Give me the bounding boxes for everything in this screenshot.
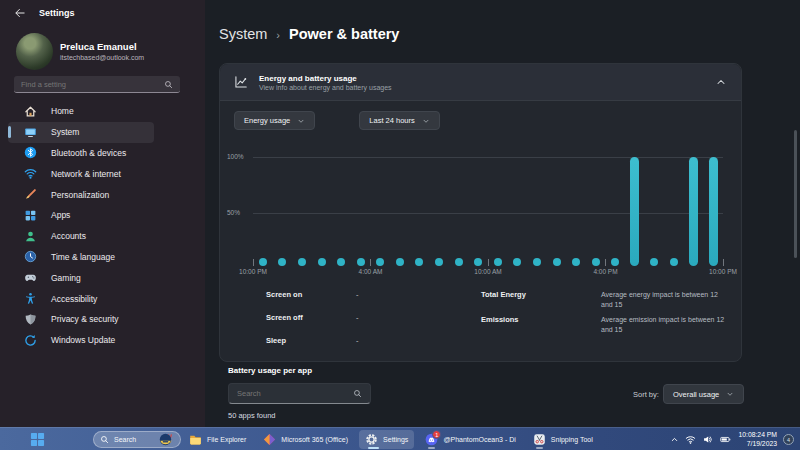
sidebar-item-apps[interactable]: Apps — [8, 205, 154, 226]
pinned-app-icon — [159, 433, 172, 446]
office-icon — [263, 433, 276, 446]
user-email: itstechbased@outlook.com — [60, 54, 144, 61]
x-axis-tick — [723, 259, 724, 266]
x-axis-tick-label: 10:00 AM — [458, 268, 518, 275]
taskbar-app-file-explorer[interactable]: File Explorer — [183, 430, 252, 449]
taskbar-clock[interactable]: 10:08:24 PM 7/19/2023 — [738, 431, 777, 449]
chevron-up-icon[interactable] — [715, 76, 727, 88]
x-axis-tick — [370, 259, 371, 266]
taskbar-search-label: Search — [114, 436, 156, 443]
apps-icon — [24, 209, 37, 222]
battery-icon[interactable] — [719, 434, 732, 445]
bluetooth-icon — [24, 146, 37, 159]
start-button-icon[interactable] — [30, 432, 45, 447]
settings-search-input[interactable] — [21, 80, 164, 89]
selected-indicator — [8, 126, 11, 138]
sidebar-item-label: Personalization — [51, 190, 109, 200]
desktop: Settings Preluca Emanuel itstechbased@ou… — [0, 0, 800, 450]
sidebar-item-personalization[interactable]: Personalization — [8, 184, 154, 205]
window-titlebar: Settings — [14, 7, 75, 19]
usage-summary-right: Total EnergyAverage energy impact is bet… — [481, 290, 731, 341]
sidebar-item-time-language[interactable]: Time & language — [8, 247, 154, 268]
clock-time: 10:08:24 PM — [738, 431, 777, 440]
summary-label: Screen off — [266, 313, 356, 327]
sidebar-item-privacy-security[interactable]: Privacy & security — [8, 309, 154, 330]
sidebar-item-accessibility[interactable]: Accessibility — [8, 288, 154, 309]
x-axis-tick — [488, 259, 489, 266]
taskbar-app-label: File Explorer — [207, 436, 246, 443]
usage-type-dropdown[interactable]: Energy usage — [234, 111, 315, 130]
summary-row-emissions: EmissionsAverage emission impact is betw… — [481, 315, 731, 335]
sidebar-item-gaming[interactable]: Gaming — [8, 267, 154, 288]
summary-row-sleep: Sleep- — [266, 336, 476, 350]
usage-type-value: Energy usage — [244, 116, 290, 125]
volume-icon[interactable] — [702, 434, 713, 445]
energy-battery-usage-card: Energy and battery usage View info about… — [219, 63, 742, 362]
taskbar-app-settings[interactable]: Settings — [359, 430, 414, 449]
taskbar-app-label: Settings — [383, 436, 408, 443]
sidebar-item-network-internet[interactable]: Network & internet — [8, 163, 154, 184]
sidebar-item-label: Accessibility — [51, 294, 97, 304]
app-search-box[interactable] — [228, 383, 371, 404]
summary-value: Average emission impact is between 12 an… — [601, 315, 731, 335]
taskbar-apps: File ExplorerMicrosoft 365 (Office)Setti… — [153, 428, 599, 450]
sidebar-item-home[interactable]: Home — [8, 101, 154, 122]
clock-date: 7/19/2023 — [738, 440, 777, 449]
x-axis-tick-label: 4:00 PM — [576, 268, 636, 275]
file-explorer-icon — [189, 433, 202, 446]
x-axis-tick — [605, 259, 606, 266]
system-icon — [24, 126, 37, 139]
scrollbar[interactable] — [794, 130, 797, 258]
energy-usage-chart[interactable] — [253, 157, 723, 266]
sidebar-item-label: System — [51, 127, 79, 137]
notification-count-badge: 1 — [432, 430, 441, 439]
sidebar-item-bluetooth-devices[interactable]: Bluetooth & devices — [8, 143, 154, 164]
summary-label: Sleep — [266, 336, 356, 350]
sidebar-item-label: Privacy & security — [51, 314, 119, 324]
taskbar-app-snipping-tool[interactable]: Snipping Tool — [527, 430, 599, 449]
chevron-down-icon — [297, 117, 305, 125]
running-indicator — [536, 447, 543, 449]
chevron-down-icon — [422, 117, 430, 125]
sidebar-item-accounts[interactable]: Accounts — [8, 226, 154, 247]
sidebar-item-system[interactable]: System — [8, 122, 154, 143]
sidebar-item-label: Apps — [51, 210, 70, 220]
sort-dropdown[interactable]: Overall usage — [663, 384, 744, 404]
personalization-icon — [24, 188, 37, 201]
notification-badge[interactable]: 4 — [783, 434, 794, 445]
taskbar-app-label: @PhantomOcean3 - Di — [443, 436, 515, 443]
taskbar-app-microsoft-365-office[interactable]: Microsoft 365 (Office) — [257, 430, 354, 449]
time-range-dropdown[interactable]: Last 24 hours — [359, 111, 439, 130]
sidebar-item-label: Bluetooth & devices — [51, 148, 126, 158]
taskbar-app-phantomocean3-di[interactable]: 1@PhantomOcean3 - Di — [419, 430, 521, 449]
sidebar-nav: HomeSystemBluetooth & devicesNetwork & i… — [0, 101, 162, 351]
summary-value: - — [356, 290, 359, 304]
summary-value: - — [356, 313, 359, 327]
app-search-input[interactable] — [237, 389, 353, 398]
settings-search-box[interactable] — [14, 76, 180, 93]
privacy-icon — [24, 313, 37, 326]
page-title: Power & battery — [289, 26, 399, 42]
wifi-icon[interactable] — [685, 434, 696, 445]
user-avatar[interactable] — [16, 33, 53, 70]
system-tray: 10:08:24 PM 7/19/2023 4 — [670, 428, 794, 450]
user-name: Preluca Emanuel — [60, 41, 137, 52]
search-icon — [164, 80, 173, 89]
gaming-icon — [24, 271, 37, 284]
sidebar-item-windows-update[interactable]: Windows Update — [8, 330, 154, 351]
chevron-down-icon — [726, 390, 734, 398]
sort-value: Overall usage — [673, 390, 719, 399]
apps-found-count: 50 apps found — [228, 411, 276, 420]
time-range-value: Last 24 hours — [369, 116, 414, 125]
y-axis-label-100: 100% — [227, 153, 250, 160]
windows-update-icon — [24, 334, 37, 347]
energy-card-header[interactable]: Energy and battery usage View info about… — [220, 64, 741, 101]
back-arrow-icon[interactable] — [14, 7, 26, 19]
breadcrumb-parent[interactable]: System — [219, 26, 267, 42]
tray-chevron-up-icon[interactable] — [670, 435, 679, 444]
taskbar-app-pinned-app[interactable] — [153, 430, 178, 449]
summary-label: Screen on — [266, 290, 356, 304]
sort-by-label: Sort by: — [633, 390, 659, 399]
summary-label: Total Energy — [481, 290, 601, 310]
search-icon — [353, 389, 362, 398]
